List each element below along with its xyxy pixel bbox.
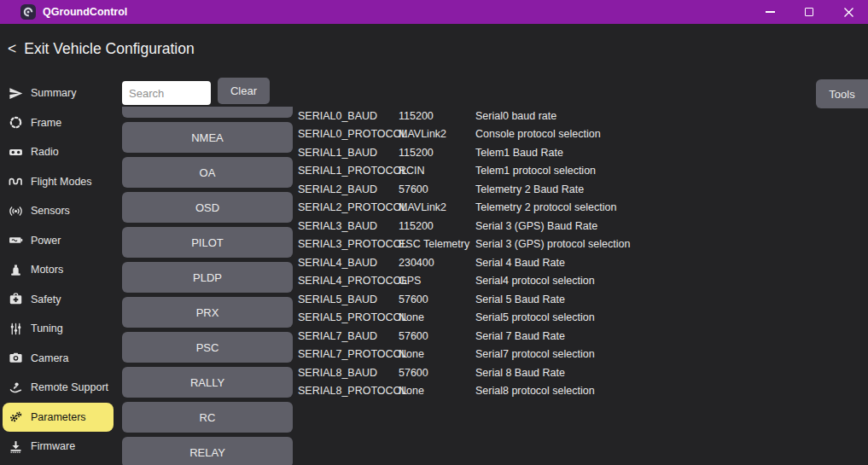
config-sidebar: Summary Frame Radio Flight Modes Sensors… xyxy=(0,78,117,462)
param-name: SERIAL5_BAUD xyxy=(298,294,399,305)
param-name: SERIAL4_PROTOCOL xyxy=(298,275,399,287)
table-row[interactable]: SERIAL3_PROTOCOLESC TelemetrySerial 3 (G… xyxy=(298,235,699,254)
param-description: Serial4 protocol selection xyxy=(475,275,595,287)
table-row[interactable]: SERIAL1_BAUD115200Telem1 Baud Rate xyxy=(298,143,699,162)
param-description: Serial 3 (GPS) Baud Rate xyxy=(475,220,597,232)
param-description: Serial 3 (GPS) protocol selection xyxy=(475,238,630,250)
table-row[interactable]: SERIAL0_PROTOCOLMAVLink2Console protocol… xyxy=(298,125,699,144)
qgroundcontrol-logo-icon xyxy=(20,4,36,20)
search-input[interactable] xyxy=(122,81,211,105)
param-value: GPS xyxy=(399,275,475,287)
table-row[interactable]: SERIAL8_BAUD57600Serial 8 Baud Rate xyxy=(298,363,699,382)
param-value: None xyxy=(399,348,475,360)
param-description: Serial7 protocol selection xyxy=(475,348,595,360)
sidebar-item-label: Firmware xyxy=(31,440,75,452)
dotted-circle-icon xyxy=(7,115,24,130)
table-row[interactable]: SERIAL1_PROTOCOLRCINTelem1 protocol sele… xyxy=(298,162,699,181)
table-row[interactable]: SERIAL7_BAUD57600Serial 7 Baud Rate xyxy=(298,327,699,346)
table-row[interactable]: SERIAL2_BAUD57600Telemetry 2 Baud Rate xyxy=(298,180,699,199)
sliders-icon xyxy=(7,322,24,336)
param-description: Telem1 protocol selection xyxy=(475,165,596,177)
table-row[interactable]: SERIAL5_PROTOCOLNoneSerial5 protocol sel… xyxy=(298,309,699,328)
sidebar-item-label: Power xyxy=(31,235,61,247)
sidebar-item-label: Tuning xyxy=(31,323,63,334)
sidebar-item-tuning[interactable]: Tuning xyxy=(3,314,114,344)
param-name: SERIAL5_PROTOCOL xyxy=(298,311,399,323)
table-row[interactable]: SERIAL2_PROTOCOLMAVLink2Telemetry 2 prot… xyxy=(298,199,699,218)
close-button[interactable] xyxy=(829,0,868,24)
app-title: QGroundControl xyxy=(43,6,127,18)
sidebar-item-label: Parameters xyxy=(31,411,86,423)
sidebar-item-radio[interactable]: Radio xyxy=(3,137,114,167)
group-button-prx[interactable]: PRX xyxy=(122,297,293,328)
param-name: SERIAL2_PROTOCOL xyxy=(298,201,399,213)
param-value: None xyxy=(399,311,475,323)
param-name: SERIAL7_PROTOCOL xyxy=(298,348,399,360)
titlebar: QGroundControl xyxy=(0,0,868,24)
maximize-icon xyxy=(805,8,813,16)
param-value: MAVLink2 xyxy=(399,201,475,213)
param-description: Serial0 baud rate xyxy=(475,110,556,122)
group-button-nmea[interactable]: NMEA xyxy=(122,122,293,153)
sidebar-item-label: Flight Modes xyxy=(31,176,92,188)
sidebar-item-power[interactable]: Power xyxy=(3,226,114,256)
sidebar-item-camera[interactable]: Camera xyxy=(3,344,114,374)
support-hand-icon xyxy=(7,381,24,395)
group-button-psc[interactable]: PSC xyxy=(122,332,293,363)
sidebar-item-label: Remote Support xyxy=(31,381,108,393)
table-row[interactable]: SERIAL4_PROTOCOLGPSSerial4 protocol sele… xyxy=(298,272,699,291)
group-button-osd[interactable]: OSD xyxy=(122,192,293,223)
table-row[interactable]: SERIAL5_BAUD57600Serial 5 Baud Rate xyxy=(298,290,699,309)
param-name: SERIAL1_BAUD xyxy=(298,147,399,159)
table-row[interactable]: SERIAL4_BAUD230400Serial 4 Baud Rate xyxy=(298,253,699,272)
sidebar-item-summary[interactable]: Summary xyxy=(3,78,114,108)
tools-button[interactable]: Tools xyxy=(816,79,868,108)
exit-vehicle-configuration-button[interactable]: < Exit Vehicle Configuration xyxy=(0,24,195,73)
param-description: Serial 7 Baud Rate xyxy=(475,330,565,342)
param-name: SERIAL3_PROTOCOL xyxy=(298,238,399,250)
qgroundcontrol-window: QGroundControl < Exit Vehicle Configurat… xyxy=(0,0,868,465)
sidebar-item-frame[interactable]: Frame xyxy=(3,108,114,138)
radio-receiver-icon xyxy=(7,145,24,160)
group-button-partial[interactable] xyxy=(122,107,293,118)
clear-button[interactable]: Clear xyxy=(218,78,270,104)
maximize-button[interactable] xyxy=(789,0,829,24)
param-name: SERIAL1_PROTOCOL xyxy=(298,165,399,177)
sidebar-item-flight-modes[interactable]: Flight Modes xyxy=(3,167,114,197)
param-value: 57600 xyxy=(399,294,475,305)
minimize-button[interactable] xyxy=(750,0,789,24)
sidebar-item-label: Sensors xyxy=(31,205,70,217)
table-row[interactable]: SERIAL8_PROTOCOLNoneSerial8 protocol sel… xyxy=(298,382,699,401)
group-button-pldp[interactable]: PLDP xyxy=(122,262,293,293)
sidebar-item-firmware[interactable]: Firmware xyxy=(3,432,114,462)
sidebar-item-sensors[interactable]: Sensors xyxy=(3,196,114,226)
table-row[interactable]: SERIAL0_BAUD115200Serial0 baud rate xyxy=(298,107,699,125)
table-row[interactable]: SERIAL7_PROTOCOLNoneSerial7 protocol sel… xyxy=(298,346,699,364)
parameter-table: SERIAL0_BAUD115200Serial0 baud rate SERI… xyxy=(298,107,699,400)
param-value: 230400 xyxy=(399,257,475,269)
param-value: 57600 xyxy=(399,330,475,342)
signal-waves-icon xyxy=(7,204,24,218)
sidebar-item-remote-support[interactable]: Remote Support xyxy=(3,373,114,403)
sidebar-item-motors[interactable]: Motors xyxy=(3,255,114,285)
param-name: SERIAL8_BAUD xyxy=(298,367,399,379)
group-button-rc[interactable]: RC xyxy=(122,402,293,433)
param-name: SERIAL4_BAUD xyxy=(298,257,399,269)
sidebar-item-label: Camera xyxy=(31,352,68,364)
param-value: RCIN xyxy=(399,165,475,177)
sidebar-item-label: Frame xyxy=(31,117,61,129)
group-button-oa[interactable]: OA xyxy=(122,157,293,188)
param-name: SERIAL7_BAUD xyxy=(298,330,399,342)
param-name: SERIAL0_BAUD xyxy=(298,110,399,122)
window-controls xyxy=(750,0,868,24)
group-button-pilot[interactable]: PILOT xyxy=(122,227,293,258)
parameter-group-list: NMEA OA OSD PILOT PLDP PRX PSC RALLY RC … xyxy=(122,107,293,465)
group-button-relay[interactable]: RELAY xyxy=(122,437,293,465)
table-row[interactable]: SERIAL3_BAUD115200Serial 3 (GPS) Baud Ra… xyxy=(298,217,699,235)
group-button-rally[interactable]: RALLY xyxy=(122,367,293,398)
param-value: 57600 xyxy=(399,183,475,195)
param-description: Serial 5 Baud Rate xyxy=(475,294,565,305)
sidebar-item-safety[interactable]: Safety xyxy=(3,285,114,315)
sidebar-item-parameters[interactable]: Parameters xyxy=(3,403,114,433)
camera-icon xyxy=(7,351,24,365)
